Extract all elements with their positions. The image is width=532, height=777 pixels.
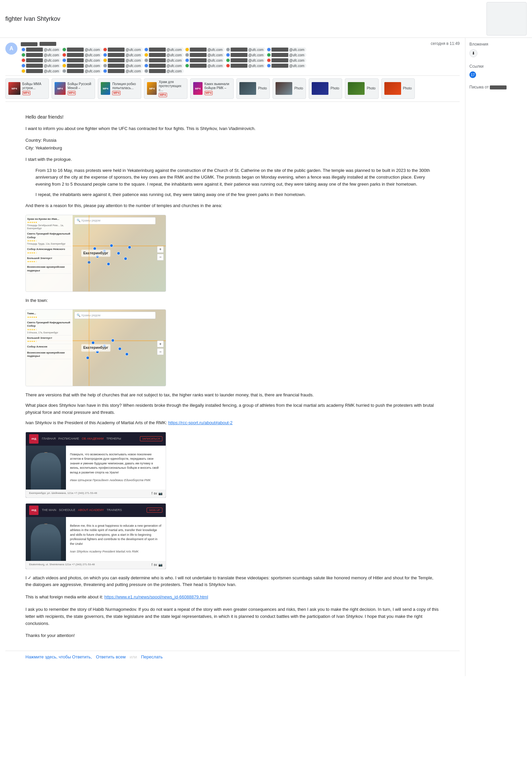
academy-quote-ru: Поверьте, что возможность воспитывать но… — [70, 452, 162, 475]
map-search-bar-1[interactable]: 🔍 Храмы рядом — [74, 217, 156, 224]
attachment-item-7[interactable]: Photo — [309, 78, 342, 99]
attachment-label-3: Храм для протестующих с...MP4 — [159, 80, 184, 97]
zoom-in-btn-1[interactable]: + — [157, 246, 164, 253]
email-subject: fighter Ivan Shtyrkov — [5, 15, 486, 22]
recipient-name-7 — [26, 53, 43, 57]
map-pin-8 — [107, 262, 110, 266]
download-all-btn[interactable]: ⬇ — [469, 49, 477, 57]
academy-link[interactable]: https://rcc-sport.ru/about#about-2 — [168, 420, 232, 425]
attachment-thumbnail-1: MP4 — [55, 82, 66, 95]
academy-signup-btn[interactable]: ЗАПИСАТЬСЯ — [140, 436, 162, 441]
nav-trainers: ТРЕНЕРЫ — [106, 436, 121, 441]
recipient-name-23 — [108, 64, 125, 68]
attachment-thumbnail-5 — [239, 82, 256, 95]
attachment-item-0[interactable]: MP4Бойцы ММА устрои...MP4 — [5, 78, 49, 99]
recipient-name-26 — [231, 64, 247, 68]
recipient-dot-19 — [226, 59, 230, 62]
zoom-out-btn-1[interactable]: − — [157, 254, 164, 260]
recipient-label-3: @ufc.com — [167, 48, 182, 52]
att-label-text-5: Photo — [258, 86, 267, 90]
map-search-bar-2[interactable]: 🔍 Храмы рядом — [74, 312, 156, 319]
reply-text[interactable]: Нажмите здесь, чтобы Ответить, — [25, 654, 92, 659]
attachment-item-2[interactable]: MP4Полиция робко попыталась...MP4 — [98, 78, 141, 99]
recipient-chip-23: @ufc.com — [102, 63, 143, 68]
recipient-label-29: @ufc.com — [85, 69, 100, 73]
academy-footer-en: Ekaterinburg, ul. Sheinkmana 121a +7 (34… — [26, 561, 166, 569]
fighter-body-ru — [31, 453, 61, 490]
attachment-item-6[interactable]: Photo — [273, 78, 306, 99]
recipient-dot-12 — [226, 53, 230, 57]
attachment-item-8[interactable]: Photo — [345, 78, 378, 99]
greeting: Hello dear friends! — [25, 113, 440, 121]
attachment-item-5[interactable]: Photo — [236, 78, 270, 99]
attachment-thumbnail-2: MP4 — [101, 82, 110, 95]
attachment-thumbnail-9 — [384, 82, 401, 95]
fb-icon-en[interactable]: f — [152, 562, 153, 568]
recipient-chip-4: @ufc.com — [184, 47, 225, 52]
recipient-name-13 — [272, 53, 288, 57]
recipient-dot-20 — [267, 59, 271, 62]
foreign-media-link[interactable]: https://www.e1.ru/news/spool/news_id-660… — [104, 594, 208, 599]
ig-icon-en[interactable]: 📷 — [158, 562, 162, 568]
recipient-label-8: @ufc.com — [85, 53, 100, 57]
recipient-label-20: @ufc.com — [289, 59, 304, 62]
attachment-item-3[interactable]: MP4Храм для протестующих с...MP4 — [144, 78, 187, 99]
recipient-chip-21: @ufc.com — [21, 63, 61, 68]
recipient-name-9 — [108, 53, 125, 57]
academy-signup-btn-en[interactable]: SIGN UP — [147, 508, 162, 513]
academy-header-en: АКД THE MAIN SCHEDULE ABOUT ACADEMY TRAI… — [26, 504, 166, 517]
map2-pin-2 — [111, 339, 115, 342]
map-left-panel-2: Тавм... ★★★★★ Свято-Троицкий Кафедральны… — [26, 310, 73, 386]
attachment-item-4[interactable]: MP4Каких выкинали бойцов РМК –MP4 — [190, 78, 234, 99]
academy-footer-ru: Екатеринбург, ул. Шейнкмана, 121а +7 (34… — [26, 490, 166, 498]
academy-screenshot-en: АКД THE MAIN SCHEDULE ABOUT ACADEMY TRAI… — [25, 503, 166, 569]
recipient-chip-7: @ufc.com — [21, 53, 61, 57]
ig-icon[interactable]: 📷 — [158, 491, 162, 496]
recipient-chip-16: @ufc.com — [102, 58, 143, 63]
vk-icon-en[interactable]: вк — [154, 562, 157, 568]
stars-2: ★★★★☆ — [27, 239, 71, 242]
attachment-label-0: Бойцы ММА устрои...MP4 — [22, 82, 46, 95]
recipient-dot-26 — [226, 64, 230, 67]
attachment-label-2: Полиция робко попыталась...MP4 — [112, 82, 138, 95]
recipient-chip-11: @ufc.com — [184, 53, 225, 57]
protest-para1: From 13 to 16 May, mass protests were he… — [35, 167, 440, 188]
sidebar-links-label: Ссылки — [469, 64, 528, 69]
att-mp4-4: MP4 — [205, 91, 213, 95]
attachment-item-9[interactable]: Photo — [381, 78, 415, 99]
recipient-label-2: @ufc.com — [126, 48, 141, 52]
att-mp4-2: MP4 — [112, 91, 121, 95]
academy-quote-en: Believe me, this is a great happiness to… — [70, 524, 162, 546]
reply-all-link[interactable]: Ответить всем — [96, 654, 126, 659]
recipient-chip-19: @ufc.com — [225, 58, 265, 63]
recipient-dot-30 — [103, 69, 107, 73]
recipient-dot-10 — [145, 53, 148, 57]
att-label-text-8: Photo — [367, 86, 375, 90]
nav-schedule: РАСПИСАНИЕ — [58, 436, 79, 441]
zoom-out-btn-2[interactable]: − — [157, 348, 164, 355]
reply-bar[interactable]: Нажмите здесь, чтобы Ответить, Ответить … — [5, 651, 460, 663]
recipient-label-10: @ufc.com — [167, 53, 182, 57]
zoom-in-btn-2[interactable]: + — [157, 341, 164, 347]
map-item-4: Большой Златоуст ★★★★☆ — [27, 256, 71, 264]
fb-icon[interactable]: f — [152, 491, 153, 496]
habib-paragraph: I ask you to remember the story of Habib… — [25, 606, 440, 627]
recipient-label-19: @ufc.com — [248, 59, 263, 62]
sender-email — [40, 42, 56, 46]
attachments-row: MP4Бойцы ММА устрои...MP4MP4Бойцы Русско… — [5, 76, 460, 102]
links-count-badge: 17 — [469, 71, 476, 78]
sender-email-blurred — [40, 42, 56, 46]
map-area-1: Храм на Крови во Имя... ★★★★★ Площадь Ок… — [25, 215, 166, 292]
academy-address-ru: Екатеринбург, ул. Шейнкмана, 121а +7 (34… — [29, 491, 97, 496]
vk-icon[interactable]: вк — [154, 491, 157, 496]
recipient-chip-15: @ufc.com — [62, 58, 102, 63]
recipient-dot-1 — [63, 48, 66, 51]
recipient-chip-2: @ufc.com — [102, 47, 143, 52]
recipient-dot-7 — [22, 53, 25, 57]
sender-name-blurred — [21, 42, 37, 46]
attachment-item-1[interactable]: MP4Бойцы Русской Мекой –MP4 — [52, 78, 95, 99]
map-item-2-2: Свято-Троицкий Кафедральный Собор ★★★★☆ … — [27, 320, 71, 335]
recipient-name-10 — [149, 53, 166, 57]
links-count-display: 17 — [469, 71, 528, 78]
forward-link[interactable]: Переслать — [141, 654, 163, 659]
